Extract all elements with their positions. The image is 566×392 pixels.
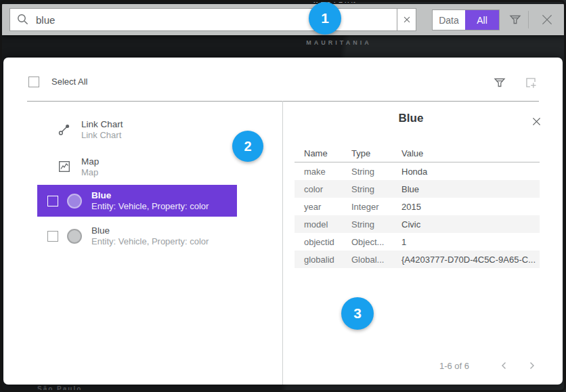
col-header-name: Name [295,148,342,158]
link-chart-icon [57,123,72,136]
result-title: Link Chart [81,118,123,130]
cell-value: Civic [392,219,540,230]
cell-type: String [342,184,392,194]
cell-type: String [342,219,392,230]
results-filter-button[interactable] [491,74,508,91]
app-window: WESTERN MAURITANIA São Paulo Data All Se… [0,0,566,392]
table-row: globalid Global... {A4203777-D70D-4C5C-9… [295,251,540,268]
callout-badge-1: 1 [309,2,341,35]
scope-all-button[interactable]: All [465,10,499,30]
attribute-table: Name Type Value make String Honda color … [295,144,540,268]
header-divider [27,101,539,102]
table-row: make String Honda [295,162,540,180]
cell-type: Global... [342,255,392,265]
map-label-mauritania: MAURITANIA [290,39,388,46]
add-to-selection-button[interactable] [522,74,540,91]
table-row: year Integer 2015 [295,198,540,215]
search-toolbar: Data All [2,4,564,35]
filter-icon [493,76,506,89]
table-row: model String Civic [295,215,540,233]
entity-swatch [67,194,82,209]
cell-name: color [295,184,342,194]
result-item-blue[interactable]: Blue Entity: Vehicle, Property: color [37,220,237,252]
chevron-right-icon [526,360,537,371]
filter-icon [508,13,522,26]
cell-value: Blue [392,184,540,194]
cell-value: 2015 [392,202,540,212]
select-all-checkbox[interactable] [28,77,39,87]
result-checkbox[interactable] [47,196,58,206]
cell-name: objectid [295,237,342,247]
cell-value: Honda [392,167,540,177]
result-subtitle: Entity: Vehicle, Property: color [91,201,209,212]
result-item-blue-selected[interactable]: Blue Entity: Vehicle, Property: color [37,185,237,217]
search-input[interactable] [36,9,397,30]
col-header-value: Value [392,148,540,158]
search-box [9,8,416,31]
result-title: Blue [91,225,209,236]
scope-toggle: Data All [432,9,500,30]
close-icon [531,116,542,127]
table-header: Name Type Value [295,144,540,162]
result-title: Map [81,156,99,167]
entity-swatch [67,229,82,244]
next-page-button[interactable] [523,357,540,374]
cell-type: String [342,167,392,177]
select-all-label: Select All [51,77,87,87]
toolbar-divider [528,11,529,28]
clear-search-button[interactable] [397,9,416,30]
pagination-range: 1-6 of 6 [439,361,469,371]
cell-name: year [295,202,342,212]
result-subtitle: Link Chart [81,130,123,141]
result-subtitle: Entity: Vehicle, Property: color [91,236,209,247]
pagination: 1-6 of 6 [439,357,540,374]
result-subtitle: Map [81,167,99,178]
clear-icon [402,15,412,24]
toolbar-filter-button[interactable] [506,10,525,29]
cell-type: Object... [342,237,392,247]
detail-title: Blue [282,112,540,125]
list-detail-divider [282,101,283,385]
toolbar-close-button[interactable] [537,9,557,30]
detail-close-button[interactable] [529,114,543,128]
close-icon [540,12,554,27]
result-checkbox[interactable] [47,231,58,242]
search-icon [10,9,36,30]
callout-badge-2: 2 [232,131,263,162]
previous-page-button[interactable] [496,357,513,374]
table-row: color String Blue [295,180,540,198]
map-label-sao-paulo: São Paulo [37,385,82,392]
result-title: Blue [91,190,209,201]
cell-name: model [295,219,342,230]
cell-value: 1 [392,237,540,247]
scope-data-button[interactable]: Data [433,10,465,30]
add-selection-icon [523,75,538,90]
cell-value: {A4203777-D70D-4C5C-9A65-C... [392,255,540,265]
map-icon [57,160,72,173]
chevron-left-icon [499,360,510,371]
cell-name: make [295,167,342,177]
search-results-panel: Select All Link Chart Link Chart Map [3,58,563,385]
col-header-type: Type [342,148,392,158]
cell-name: globalid [295,255,342,265]
cell-type: Integer [342,202,392,212]
table-row: objectid Object... 1 [295,233,540,251]
callout-badge-3: 3 [341,297,374,330]
